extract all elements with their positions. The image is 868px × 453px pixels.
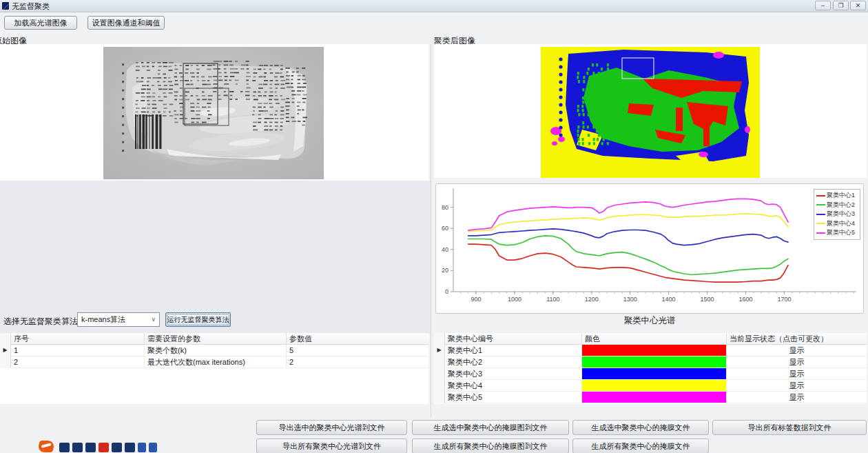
svg-text:1700: 1700 bbox=[777, 296, 791, 303]
export-all-labels-button[interactable]: 导出所有标签数据到文件 bbox=[712, 420, 867, 435]
set-channel-threshold-button[interactable]: 设置图像通道和阈值 bbox=[87, 16, 165, 30]
svg-text:60: 60 bbox=[442, 225, 448, 232]
col-header-color[interactable]: 颜色 bbox=[582, 333, 727, 345]
chart-legend: 聚类中心1 聚类中心2 聚类中心3 聚类中心4 聚类中心5 bbox=[814, 189, 860, 240]
original-image bbox=[103, 47, 324, 179]
export-selected-spectra-button[interactable]: 导出选中的聚类中心光谱到文件 bbox=[256, 420, 407, 435]
svg-text:1500: 1500 bbox=[701, 296, 714, 303]
generate-selected-mask-image-button[interactable]: 生成选中聚类中心的掩膜图到文件 bbox=[412, 420, 569, 435]
cell-center-name[interactable]: 聚类中心4 bbox=[445, 380, 582, 392]
table-row[interactable]: 聚类中心3 显示 bbox=[434, 368, 867, 380]
svg-text:1000: 1000 bbox=[508, 296, 521, 303]
spectra-chart: 0204060809001000110012001300140015001600… bbox=[435, 183, 864, 314]
color-swatch[interactable] bbox=[582, 345, 727, 356]
table-row[interactable]: 2 最大迭代次数(max iterations) 2 bbox=[0, 356, 428, 368]
generate-all-mask-file-button[interactable]: 生成所有聚类中心的掩膜文件 bbox=[572, 439, 709, 453]
cell-center-name[interactable]: 聚类中心5 bbox=[445, 392, 582, 403]
legend-label: 聚类中心2 bbox=[827, 201, 855, 208]
logo-swoosh-icon bbox=[39, 441, 54, 452]
color-swatch[interactable] bbox=[582, 392, 727, 403]
col-header-param[interactable]: 需要设置的参数 bbox=[145, 333, 287, 345]
row-header-cell bbox=[434, 356, 445, 368]
left-lower-background bbox=[0, 181, 431, 333]
centers-table-header: 聚类中心编号 颜色 当前显示状态（点击可更改） bbox=[434, 333, 867, 345]
row-header-corner bbox=[434, 333, 445, 345]
run-clustering-button[interactable]: 运行无监督聚类算法 bbox=[165, 312, 231, 327]
row-header-cell bbox=[0, 356, 11, 368]
load-hyperspectral-button[interactable]: 加载高光谱图像 bbox=[4, 16, 77, 30]
app-window: 无监督聚类 – ❐ ✕ 加载高光谱图像 设置图像通道和阈值 原始图像 聚类后图像 bbox=[0, 0, 868, 453]
svg-text:20: 20 bbox=[442, 267, 448, 274]
centers-table: 聚类中心编号 颜色 当前显示状态（点击可更改） ▶ 聚类中心1 显示 聚类中心2… bbox=[434, 333, 867, 404]
legend-line-icon bbox=[816, 214, 825, 215]
legend-label: 聚类中心5 bbox=[827, 229, 855, 236]
table-row[interactable]: 聚类中心5 显示 bbox=[434, 392, 867, 403]
legend-label: 聚类中心4 bbox=[827, 220, 855, 227]
display-status-toggle[interactable]: 显示 bbox=[727, 345, 867, 356]
cell-param[interactable]: 最大迭代次数(max iterations) bbox=[145, 356, 287, 368]
cell-no[interactable]: 1 bbox=[11, 345, 145, 356]
svg-text:1300: 1300 bbox=[623, 296, 637, 303]
minimize-button[interactable]: – bbox=[815, 1, 831, 10]
cell-param[interactable]: 聚类个数(k) bbox=[145, 345, 287, 356]
app-icon bbox=[2, 2, 9, 10]
vertical-divider bbox=[431, 44, 431, 417]
close-button[interactable]: ✕ bbox=[850, 1, 866, 10]
col-header-center-id[interactable]: 聚类中心编号 bbox=[445, 333, 582, 345]
col-header-value[interactable]: 参数值 bbox=[287, 333, 428, 345]
spectra-plot: 0204060809001000110012001300140015001600… bbox=[436, 184, 863, 313]
chart-title: 聚类中心光谱 bbox=[435, 315, 864, 327]
cell-center-name[interactable]: 聚类中心3 bbox=[445, 368, 582, 380]
params-table: 序号 需要设置的参数 参数值 ▶ 1 聚类个数(k) 5 2 最大迭代次数(ma… bbox=[0, 333, 428, 404]
title-bar: 无监督聚类 – ❐ ✕ bbox=[0, 0, 868, 12]
chevron-down-icon: ∨ bbox=[151, 313, 156, 326]
cell-center-name[interactable]: 聚类中心2 bbox=[445, 356, 582, 368]
display-status-toggle[interactable]: 显示 bbox=[727, 392, 867, 403]
legend-line-icon bbox=[816, 223, 825, 224]
legend-line-icon bbox=[816, 195, 825, 197]
svg-text:1600: 1600 bbox=[738, 296, 752, 303]
table-row[interactable]: ▶ 聚类中心1 显示 bbox=[434, 345, 867, 356]
cell-center-name[interactable]: 聚类中心1 bbox=[445, 345, 582, 356]
table-row[interactable]: 聚类中心4 显示 bbox=[434, 380, 867, 392]
params-table-header: 序号 需要设置的参数 参数值 bbox=[0, 333, 428, 345]
cell-value[interactable]: 5 bbox=[287, 345, 428, 356]
algorithm-select-label: 选择无监督聚类算法 bbox=[3, 316, 78, 328]
table-row[interactable]: ▶ 1 聚类个数(k) 5 bbox=[0, 345, 428, 356]
display-status-toggle[interactable]: 显示 bbox=[727, 356, 867, 368]
current-row-marker-icon: ▶ bbox=[0, 345, 11, 356]
svg-text:1100: 1100 bbox=[546, 296, 559, 303]
export-all-spectra-button[interactable]: 导出所有聚类中心光谱到文件 bbox=[256, 439, 407, 453]
current-row-marker-icon: ▶ bbox=[434, 345, 445, 356]
algorithm-dropdown[interactable]: k-means算法 ∨ bbox=[77, 312, 160, 327]
legend-line-icon bbox=[816, 232, 825, 234]
table-row[interactable]: 聚类中心2 显示 bbox=[434, 356, 867, 368]
svg-text:900: 900 bbox=[471, 296, 481, 303]
svg-text:40: 40 bbox=[442, 246, 448, 253]
generate-all-mask-image-button[interactable]: 生成所有聚类中心的掩膜图到文件 bbox=[412, 439, 569, 453]
row-header-cell bbox=[434, 380, 445, 392]
legend-line-icon bbox=[816, 204, 825, 205]
restore-button[interactable]: ❐ bbox=[833, 1, 849, 10]
svg-text:1200: 1200 bbox=[585, 296, 599, 303]
cell-no[interactable]: 2 bbox=[11, 356, 145, 368]
svg-text:80: 80 bbox=[442, 204, 448, 211]
color-swatch[interactable] bbox=[582, 356, 727, 368]
display-status-toggle[interactable]: 显示 bbox=[727, 368, 867, 380]
color-swatch[interactable] bbox=[582, 380, 727, 391]
col-header-no[interactable]: 序号 bbox=[11, 333, 145, 345]
col-header-status[interactable]: 当前显示状态（点击可更改） bbox=[727, 333, 867, 345]
algorithm-selected-value: k-means算法 bbox=[81, 315, 125, 323]
svg-text:0: 0 bbox=[445, 288, 448, 295]
row-header-cell bbox=[434, 368, 445, 380]
svg-text:1400: 1400 bbox=[662, 296, 676, 303]
display-status-toggle[interactable]: 显示 bbox=[727, 380, 867, 392]
legend-label: 聚类中心1 bbox=[827, 192, 855, 199]
window-title: 无监督聚类 bbox=[12, 1, 50, 12]
row-header-cell bbox=[434, 392, 445, 403]
vendor-logo bbox=[39, 441, 176, 453]
generate-selected-mask-file-button[interactable]: 生成选中聚类中心的掩膜文件 bbox=[572, 420, 709, 435]
color-swatch[interactable] bbox=[582, 368, 727, 379]
legend-label: 聚类中心3 bbox=[827, 210, 855, 217]
cell-value[interactable]: 2 bbox=[287, 356, 428, 368]
